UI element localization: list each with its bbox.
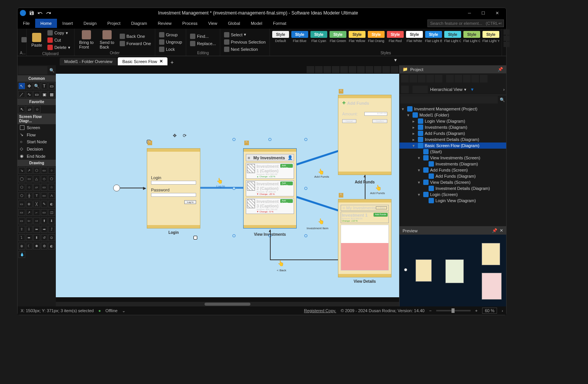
drawing-tool[interactable]: △	[33, 175, 40, 182]
rp-btn[interactable]	[463, 75, 471, 83]
tool-screen[interactable]: Screen	[18, 124, 56, 131]
drawing-tool[interactable]: ⬇	[48, 217, 55, 224]
select-button[interactable]: Select ▾	[223, 31, 267, 38]
view-mode-dropdown[interactable]: Hierarchical View▾	[428, 86, 469, 93]
drawing-tool[interactable]: ↗	[26, 209, 33, 216]
tool-pointer[interactable]: ↖	[18, 83, 25, 89]
menu-global[interactable]: Global	[223, 19, 245, 28]
flow-back-v[interactable]	[270, 230, 271, 259]
next-selection-button[interactable]: Next Selection	[223, 46, 267, 53]
style-swatch[interactable]: Style	[368, 31, 385, 38]
toolbox-search[interactable]	[18, 66, 47, 75]
tab-folder-overview[interactable]: Model1 - Folder Overview	[60, 58, 117, 65]
menu-model[interactable]: Model	[245, 19, 268, 28]
drawing-tool[interactable]: ⬠	[18, 192, 25, 199]
zoom-out-button[interactable]: −	[429, 308, 431, 313]
style-swatch[interactable]: Style	[272, 31, 289, 38]
style-swatch[interactable]: Style	[330, 31, 346, 38]
drawing-tool[interactable]: ▭	[41, 192, 48, 199]
tabs-dropdown-icon[interactable]: ▼	[393, 58, 398, 62]
add-tab-button[interactable]: +	[168, 59, 176, 65]
search-input[interactable]	[427, 19, 504, 27]
menu-project[interactable]: Project	[102, 19, 126, 28]
ribbon-extra-icon[interactable]	[504, 29, 510, 35]
drawing-tool[interactable]: ⬠	[48, 175, 55, 182]
tree-node[interactable]: Login View (Diagram)	[400, 198, 506, 204]
drawing-tool[interactable]: ⬡	[33, 167, 40, 174]
back-one-button[interactable]: Back One	[118, 33, 153, 40]
pin-icon[interactable]: 📌	[492, 228, 497, 233]
drawing-tool[interactable]: ○	[48, 167, 55, 174]
close-button[interactable]: ✕	[490, 8, 504, 18]
style-swatch[interactable]: Style	[463, 31, 480, 38]
tree-node[interactable]: (Start)	[400, 149, 506, 155]
menu-insert[interactable]: Insert	[57, 19, 78, 28]
tree-node[interactable]: ▾View Details (Screen)	[400, 179, 506, 185]
rp-btn[interactable]	[426, 75, 434, 83]
save-icon[interactable]	[28, 10, 35, 16]
drawing-tool[interactable]: ⇨	[33, 217, 40, 224]
ts-btn[interactable]	[374, 66, 382, 73]
tree-node[interactable]: ▸Investments (Diagram)	[400, 124, 506, 130]
tree-node[interactable]: ▸Add Funds (Diagram)	[400, 130, 506, 136]
tool-zoom[interactable]: 🔍	[33, 83, 40, 89]
copy-button[interactable]: Copy ▾	[46, 29, 72, 36]
ribbon-extra-icon[interactable]	[504, 42, 510, 47]
flow-add-funds[interactable]	[296, 149, 341, 165]
link-badge-icon[interactable]: ⇱	[148, 141, 152, 145]
tool-text[interactable]: T	[41, 83, 48, 89]
drawing-tool[interactable]: ↺	[41, 234, 48, 241]
drawing-tool[interactable]: ◐	[48, 201, 55, 207]
drawing-tool[interactable]: ☆	[48, 184, 55, 191]
style-swatch[interactable]: Style	[406, 31, 423, 38]
close-icon[interactable]: ✕	[500, 228, 503, 233]
tool-end-node[interactable]: ◉End Node	[18, 152, 56, 160]
drawing-tool[interactable]: ▭	[41, 184, 48, 191]
style-swatch[interactable]: Style	[482, 31, 499, 38]
ribbon-extra-icon[interactable]	[504, 36, 510, 41]
ts-btn[interactable]	[365, 66, 373, 73]
drawing-tool[interactable]: ⬌	[26, 234, 33, 241]
ts-btn[interactable]	[391, 66, 398, 73]
drawing-tool[interactable]: ⊕	[26, 201, 33, 207]
style-swatch[interactable]: Style	[310, 31, 327, 38]
drawing-tool[interactable]: ◯	[18, 175, 25, 182]
drawing-tool[interactable]: ⤴	[48, 226, 55, 233]
rp-btn[interactable]	[435, 75, 442, 83]
project-search[interactable]	[400, 96, 498, 104]
tree-node[interactable]: ▸Investment Details (Diagram)	[400, 136, 506, 143]
cut-button[interactable]: Cut	[46, 37, 72, 44]
tree-node[interactable]: ▾View Investments (Screen)	[400, 155, 506, 161]
rp-btn[interactable]	[418, 75, 426, 83]
tool-rect[interactable]: ▭	[33, 91, 40, 98]
chevron-right-icon[interactable]: ›	[503, 87, 505, 92]
drawing-tool[interactable]: ↘	[18, 167, 25, 174]
zoom-value[interactable]: 60 %	[482, 308, 497, 314]
rp-btn[interactable]	[455, 75, 462, 83]
menu-diagram[interactable]: Diagram	[126, 19, 153, 28]
drawing-tool[interactable]: ╳	[33, 201, 40, 207]
menu-view[interactable]: View	[203, 19, 223, 28]
flow-arrow[interactable]	[120, 188, 145, 188]
drawing-tool[interactable]: ⬆	[41, 217, 48, 224]
fav-tool-1[interactable]: ↖	[18, 106, 25, 113]
menu-file[interactable]: File	[18, 19, 35, 28]
screen-view-details[interactable]: ≡ My Investments< Back Investment 1Amoun…	[338, 199, 391, 277]
screen-view-investments[interactable]: ≡My Investments👤 Investment 1 (Caption)A…	[243, 148, 297, 228]
drawing-tool[interactable]: ⬡	[18, 184, 25, 191]
tab-basic-screen-flow[interactable]: Basic Screen Flow✕	[118, 57, 167, 65]
redo-icon[interactable]	[45, 10, 52, 16]
drawing-tool[interactable]: T	[33, 192, 40, 199]
ungroup-button[interactable]: Ungroup	[158, 39, 184, 45]
drawing-tool[interactable]: ◐	[48, 243, 55, 250]
rp-btn[interactable]	[401, 75, 409, 83]
zoom-in-button[interactable]: +	[475, 308, 478, 313]
tree-node[interactable]: ▾Basic Screen Flow (Diagram)	[400, 143, 506, 149]
move-icon[interactable]: ✥	[173, 133, 177, 138]
search-icon[interactable]: 🔍	[499, 95, 506, 104]
style-swatch[interactable]: Style	[444, 31, 461, 38]
style-swatch[interactable]: Style	[425, 31, 442, 38]
paste-button[interactable]: Paste	[29, 32, 44, 48]
tree-node[interactable]: ▸Login View (Diagram)	[400, 118, 506, 124]
menu-review[interactable]: Review	[153, 19, 177, 28]
